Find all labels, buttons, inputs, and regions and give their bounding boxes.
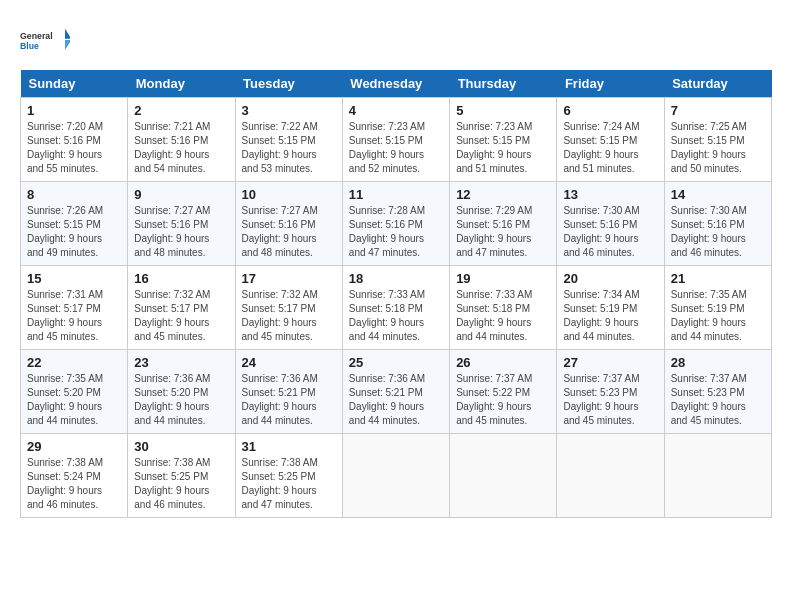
calendar-cell: 11Sunrise: 7:28 AM Sunset: 5:16 PM Dayli… — [342, 182, 449, 266]
weekday-header-friday: Friday — [557, 70, 664, 98]
svg-marker-2 — [65, 29, 70, 39]
day-info: Sunrise: 7:37 AM Sunset: 5:23 PM Dayligh… — [563, 372, 657, 428]
calendar-cell: 8Sunrise: 7:26 AM Sunset: 5:15 PM Daylig… — [21, 182, 128, 266]
day-info: Sunrise: 7:36 AM Sunset: 5:20 PM Dayligh… — [134, 372, 228, 428]
calendar-cell: 2Sunrise: 7:21 AM Sunset: 5:16 PM Daylig… — [128, 98, 235, 182]
day-info: Sunrise: 7:35 AM Sunset: 5:19 PM Dayligh… — [671, 288, 765, 344]
day-number: 21 — [671, 271, 765, 286]
calendar-cell: 31Sunrise: 7:38 AM Sunset: 5:25 PM Dayli… — [235, 434, 342, 518]
calendar-cell: 30Sunrise: 7:38 AM Sunset: 5:25 PM Dayli… — [128, 434, 235, 518]
calendar-cell: 5Sunrise: 7:23 AM Sunset: 5:15 PM Daylig… — [450, 98, 557, 182]
calendar-cell: 15Sunrise: 7:31 AM Sunset: 5:17 PM Dayli… — [21, 266, 128, 350]
day-info: Sunrise: 7:35 AM Sunset: 5:20 PM Dayligh… — [27, 372, 121, 428]
day-number: 23 — [134, 355, 228, 370]
calendar-cell: 23Sunrise: 7:36 AM Sunset: 5:20 PM Dayli… — [128, 350, 235, 434]
day-number: 9 — [134, 187, 228, 202]
calendar-cell: 28Sunrise: 7:37 AM Sunset: 5:23 PM Dayli… — [664, 350, 771, 434]
weekday-header-thursday: Thursday — [450, 70, 557, 98]
svg-text:Blue: Blue — [20, 41, 39, 51]
calendar-cell: 27Sunrise: 7:37 AM Sunset: 5:23 PM Dayli… — [557, 350, 664, 434]
day-info: Sunrise: 7:33 AM Sunset: 5:18 PM Dayligh… — [456, 288, 550, 344]
calendar-cell: 16Sunrise: 7:32 AM Sunset: 5:17 PM Dayli… — [128, 266, 235, 350]
day-number: 6 — [563, 103, 657, 118]
day-info: Sunrise: 7:27 AM Sunset: 5:16 PM Dayligh… — [242, 204, 336, 260]
day-number: 7 — [671, 103, 765, 118]
day-info: Sunrise: 7:23 AM Sunset: 5:15 PM Dayligh… — [349, 120, 443, 176]
day-number: 14 — [671, 187, 765, 202]
calendar-week-2: 8Sunrise: 7:26 AM Sunset: 5:15 PM Daylig… — [21, 182, 772, 266]
calendar-cell: 26Sunrise: 7:37 AM Sunset: 5:22 PM Dayli… — [450, 350, 557, 434]
day-info: Sunrise: 7:33 AM Sunset: 5:18 PM Dayligh… — [349, 288, 443, 344]
calendar-cell: 14Sunrise: 7:30 AM Sunset: 5:16 PM Dayli… — [664, 182, 771, 266]
day-info: Sunrise: 7:32 AM Sunset: 5:17 PM Dayligh… — [242, 288, 336, 344]
weekday-header-wednesday: Wednesday — [342, 70, 449, 98]
day-info: Sunrise: 7:30 AM Sunset: 5:16 PM Dayligh… — [563, 204, 657, 260]
day-number: 22 — [27, 355, 121, 370]
calendar-cell — [664, 434, 771, 518]
day-info: Sunrise: 7:30 AM Sunset: 5:16 PM Dayligh… — [671, 204, 765, 260]
day-info: Sunrise: 7:32 AM Sunset: 5:17 PM Dayligh… — [134, 288, 228, 344]
day-number: 8 — [27, 187, 121, 202]
day-number: 30 — [134, 439, 228, 454]
logo-svg: General Blue — [20, 20, 70, 60]
day-info: Sunrise: 7:22 AM Sunset: 5:15 PM Dayligh… — [242, 120, 336, 176]
weekday-header-tuesday: Tuesday — [235, 70, 342, 98]
day-number: 1 — [27, 103, 121, 118]
calendar-cell: 6Sunrise: 7:24 AM Sunset: 5:15 PM Daylig… — [557, 98, 664, 182]
day-info: Sunrise: 7:38 AM Sunset: 5:25 PM Dayligh… — [242, 456, 336, 512]
calendar-cell: 7Sunrise: 7:25 AM Sunset: 5:15 PM Daylig… — [664, 98, 771, 182]
calendar-cell — [342, 434, 449, 518]
day-info: Sunrise: 7:37 AM Sunset: 5:23 PM Dayligh… — [671, 372, 765, 428]
weekday-header-saturday: Saturday — [664, 70, 771, 98]
day-info: Sunrise: 7:36 AM Sunset: 5:21 PM Dayligh… — [349, 372, 443, 428]
calendar-cell: 22Sunrise: 7:35 AM Sunset: 5:20 PM Dayli… — [21, 350, 128, 434]
day-number: 27 — [563, 355, 657, 370]
day-info: Sunrise: 7:26 AM Sunset: 5:15 PM Dayligh… — [27, 204, 121, 260]
calendar-week-1: 1Sunrise: 7:20 AM Sunset: 5:16 PM Daylig… — [21, 98, 772, 182]
day-number: 5 — [456, 103, 550, 118]
calendar-week-4: 22Sunrise: 7:35 AM Sunset: 5:20 PM Dayli… — [21, 350, 772, 434]
day-info: Sunrise: 7:38 AM Sunset: 5:24 PM Dayligh… — [27, 456, 121, 512]
day-number: 13 — [563, 187, 657, 202]
day-info: Sunrise: 7:38 AM Sunset: 5:25 PM Dayligh… — [134, 456, 228, 512]
day-number: 11 — [349, 187, 443, 202]
calendar-cell: 24Sunrise: 7:36 AM Sunset: 5:21 PM Dayli… — [235, 350, 342, 434]
logo: General Blue — [20, 20, 70, 60]
calendar-table: SundayMondayTuesdayWednesdayThursdayFrid… — [20, 70, 772, 518]
calendar-cell: 9Sunrise: 7:27 AM Sunset: 5:16 PM Daylig… — [128, 182, 235, 266]
day-info: Sunrise: 7:25 AM Sunset: 5:15 PM Dayligh… — [671, 120, 765, 176]
day-info: Sunrise: 7:29 AM Sunset: 5:16 PM Dayligh… — [456, 204, 550, 260]
calendar-cell: 13Sunrise: 7:30 AM Sunset: 5:16 PM Dayli… — [557, 182, 664, 266]
weekday-header-row: SundayMondayTuesdayWednesdayThursdayFrid… — [21, 70, 772, 98]
day-info: Sunrise: 7:37 AM Sunset: 5:22 PM Dayligh… — [456, 372, 550, 428]
day-number: 16 — [134, 271, 228, 286]
day-number: 3 — [242, 103, 336, 118]
calendar-cell: 29Sunrise: 7:38 AM Sunset: 5:24 PM Dayli… — [21, 434, 128, 518]
day-number: 24 — [242, 355, 336, 370]
day-number: 26 — [456, 355, 550, 370]
calendar-cell: 17Sunrise: 7:32 AM Sunset: 5:17 PM Dayli… — [235, 266, 342, 350]
day-number: 15 — [27, 271, 121, 286]
calendar-cell: 20Sunrise: 7:34 AM Sunset: 5:19 PM Dayli… — [557, 266, 664, 350]
calendar-week-5: 29Sunrise: 7:38 AM Sunset: 5:24 PM Dayli… — [21, 434, 772, 518]
day-info: Sunrise: 7:21 AM Sunset: 5:16 PM Dayligh… — [134, 120, 228, 176]
day-number: 31 — [242, 439, 336, 454]
day-info: Sunrise: 7:34 AM Sunset: 5:19 PM Dayligh… — [563, 288, 657, 344]
calendar-week-3: 15Sunrise: 7:31 AM Sunset: 5:17 PM Dayli… — [21, 266, 772, 350]
calendar-cell: 12Sunrise: 7:29 AM Sunset: 5:16 PM Dayli… — [450, 182, 557, 266]
day-info: Sunrise: 7:28 AM Sunset: 5:16 PM Dayligh… — [349, 204, 443, 260]
day-info: Sunrise: 7:36 AM Sunset: 5:21 PM Dayligh… — [242, 372, 336, 428]
page-header: General Blue — [20, 20, 772, 60]
day-number: 19 — [456, 271, 550, 286]
calendar-cell: 25Sunrise: 7:36 AM Sunset: 5:21 PM Dayli… — [342, 350, 449, 434]
svg-marker-3 — [65, 40, 70, 50]
svg-text:General: General — [20, 31, 53, 41]
calendar-cell: 4Sunrise: 7:23 AM Sunset: 5:15 PM Daylig… — [342, 98, 449, 182]
calendar-cell: 10Sunrise: 7:27 AM Sunset: 5:16 PM Dayli… — [235, 182, 342, 266]
day-info: Sunrise: 7:27 AM Sunset: 5:16 PM Dayligh… — [134, 204, 228, 260]
day-info: Sunrise: 7:20 AM Sunset: 5:16 PM Dayligh… — [27, 120, 121, 176]
day-number: 20 — [563, 271, 657, 286]
calendar-cell: 3Sunrise: 7:22 AM Sunset: 5:15 PM Daylig… — [235, 98, 342, 182]
calendar-cell — [450, 434, 557, 518]
day-number: 12 — [456, 187, 550, 202]
